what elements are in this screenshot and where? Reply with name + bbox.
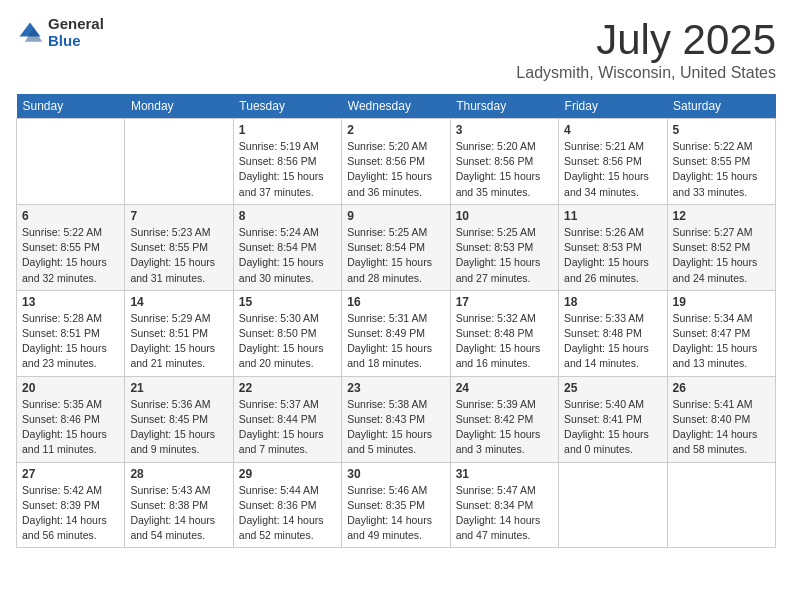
day-info: Sunrise: 5:29 AMSunset: 8:51 PMDaylight:… (130, 311, 227, 372)
day-number: 11 (564, 209, 661, 223)
day-info: Sunrise: 5:23 AMSunset: 8:55 PMDaylight:… (130, 225, 227, 286)
calendar-table: SundayMondayTuesdayWednesdayThursdayFrid… (16, 94, 776, 548)
weekday-header-friday: Friday (559, 94, 667, 119)
calendar-cell (559, 462, 667, 548)
day-number: 31 (456, 467, 553, 481)
title-block: July 2025 Ladysmith, Wisconsin, United S… (516, 16, 776, 82)
day-info: Sunrise: 5:25 AMSunset: 8:53 PMDaylight:… (456, 225, 553, 286)
day-number: 5 (673, 123, 770, 137)
logo-general-text: General (48, 16, 104, 33)
day-info: Sunrise: 5:32 AMSunset: 8:48 PMDaylight:… (456, 311, 553, 372)
weekday-header-row: SundayMondayTuesdayWednesdayThursdayFrid… (17, 94, 776, 119)
day-info: Sunrise: 5:38 AMSunset: 8:43 PMDaylight:… (347, 397, 444, 458)
month-title: July 2025 (516, 16, 776, 64)
day-number: 8 (239, 209, 336, 223)
logo: General Blue (16, 16, 104, 49)
calendar-week-row: 1Sunrise: 5:19 AMSunset: 8:56 PMDaylight… (17, 119, 776, 205)
calendar-cell: 1Sunrise: 5:19 AMSunset: 8:56 PMDaylight… (233, 119, 341, 205)
day-info: Sunrise: 5:30 AMSunset: 8:50 PMDaylight:… (239, 311, 336, 372)
day-info: Sunrise: 5:22 AMSunset: 8:55 PMDaylight:… (22, 225, 119, 286)
calendar-cell: 4Sunrise: 5:21 AMSunset: 8:56 PMDaylight… (559, 119, 667, 205)
day-info: Sunrise: 5:46 AMSunset: 8:35 PMDaylight:… (347, 483, 444, 544)
day-number: 4 (564, 123, 661, 137)
day-number: 15 (239, 295, 336, 309)
calendar-cell: 19Sunrise: 5:34 AMSunset: 8:47 PMDayligh… (667, 290, 775, 376)
weekday-header-sunday: Sunday (17, 94, 125, 119)
calendar-cell (125, 119, 233, 205)
day-number: 14 (130, 295, 227, 309)
day-info: Sunrise: 5:43 AMSunset: 8:38 PMDaylight:… (130, 483, 227, 544)
day-number: 29 (239, 467, 336, 481)
day-number: 20 (22, 381, 119, 395)
calendar-cell: 7Sunrise: 5:23 AMSunset: 8:55 PMDaylight… (125, 204, 233, 290)
day-info: Sunrise: 5:34 AMSunset: 8:47 PMDaylight:… (673, 311, 770, 372)
calendar-cell: 21Sunrise: 5:36 AMSunset: 8:45 PMDayligh… (125, 376, 233, 462)
calendar-cell: 5Sunrise: 5:22 AMSunset: 8:55 PMDaylight… (667, 119, 775, 205)
day-info: Sunrise: 5:44 AMSunset: 8:36 PMDaylight:… (239, 483, 336, 544)
calendar-cell: 20Sunrise: 5:35 AMSunset: 8:46 PMDayligh… (17, 376, 125, 462)
day-info: Sunrise: 5:20 AMSunset: 8:56 PMDaylight:… (456, 139, 553, 200)
day-number: 2 (347, 123, 444, 137)
day-number: 18 (564, 295, 661, 309)
calendar-week-row: 27Sunrise: 5:42 AMSunset: 8:39 PMDayligh… (17, 462, 776, 548)
page-header: General Blue July 2025 Ladysmith, Wiscon… (16, 16, 776, 82)
calendar-cell: 10Sunrise: 5:25 AMSunset: 8:53 PMDayligh… (450, 204, 558, 290)
day-number: 7 (130, 209, 227, 223)
calendar-week-row: 20Sunrise: 5:35 AMSunset: 8:46 PMDayligh… (17, 376, 776, 462)
day-info: Sunrise: 5:37 AMSunset: 8:44 PMDaylight:… (239, 397, 336, 458)
day-info: Sunrise: 5:28 AMSunset: 8:51 PMDaylight:… (22, 311, 119, 372)
calendar-cell: 9Sunrise: 5:25 AMSunset: 8:54 PMDaylight… (342, 204, 450, 290)
day-number: 21 (130, 381, 227, 395)
calendar-cell: 25Sunrise: 5:40 AMSunset: 8:41 PMDayligh… (559, 376, 667, 462)
day-number: 17 (456, 295, 553, 309)
day-number: 10 (456, 209, 553, 223)
calendar-cell (667, 462, 775, 548)
day-number: 22 (239, 381, 336, 395)
day-number: 16 (347, 295, 444, 309)
calendar-cell: 17Sunrise: 5:32 AMSunset: 8:48 PMDayligh… (450, 290, 558, 376)
day-info: Sunrise: 5:33 AMSunset: 8:48 PMDaylight:… (564, 311, 661, 372)
calendar-cell: 14Sunrise: 5:29 AMSunset: 8:51 PMDayligh… (125, 290, 233, 376)
day-number: 12 (673, 209, 770, 223)
day-info: Sunrise: 5:25 AMSunset: 8:54 PMDaylight:… (347, 225, 444, 286)
day-info: Sunrise: 5:19 AMSunset: 8:56 PMDaylight:… (239, 139, 336, 200)
calendar-cell: 23Sunrise: 5:38 AMSunset: 8:43 PMDayligh… (342, 376, 450, 462)
logo-blue-text: Blue (48, 33, 104, 50)
day-number: 13 (22, 295, 119, 309)
day-info: Sunrise: 5:36 AMSunset: 8:45 PMDaylight:… (130, 397, 227, 458)
calendar-week-row: 6Sunrise: 5:22 AMSunset: 8:55 PMDaylight… (17, 204, 776, 290)
day-info: Sunrise: 5:35 AMSunset: 8:46 PMDaylight:… (22, 397, 119, 458)
day-info: Sunrise: 5:42 AMSunset: 8:39 PMDaylight:… (22, 483, 119, 544)
weekday-header-saturday: Saturday (667, 94, 775, 119)
calendar-cell: 3Sunrise: 5:20 AMSunset: 8:56 PMDaylight… (450, 119, 558, 205)
weekday-header-tuesday: Tuesday (233, 94, 341, 119)
weekday-header-thursday: Thursday (450, 94, 558, 119)
day-number: 24 (456, 381, 553, 395)
calendar-cell: 29Sunrise: 5:44 AMSunset: 8:36 PMDayligh… (233, 462, 341, 548)
calendar-cell: 11Sunrise: 5:26 AMSunset: 8:53 PMDayligh… (559, 204, 667, 290)
calendar-cell: 28Sunrise: 5:43 AMSunset: 8:38 PMDayligh… (125, 462, 233, 548)
calendar-week-row: 13Sunrise: 5:28 AMSunset: 8:51 PMDayligh… (17, 290, 776, 376)
day-info: Sunrise: 5:21 AMSunset: 8:56 PMDaylight:… (564, 139, 661, 200)
calendar-cell: 15Sunrise: 5:30 AMSunset: 8:50 PMDayligh… (233, 290, 341, 376)
calendar-cell: 18Sunrise: 5:33 AMSunset: 8:48 PMDayligh… (559, 290, 667, 376)
day-info: Sunrise: 5:24 AMSunset: 8:54 PMDaylight:… (239, 225, 336, 286)
calendar-cell: 26Sunrise: 5:41 AMSunset: 8:40 PMDayligh… (667, 376, 775, 462)
calendar-cell: 22Sunrise: 5:37 AMSunset: 8:44 PMDayligh… (233, 376, 341, 462)
day-info: Sunrise: 5:40 AMSunset: 8:41 PMDaylight:… (564, 397, 661, 458)
day-number: 26 (673, 381, 770, 395)
weekday-header-monday: Monday (125, 94, 233, 119)
day-number: 1 (239, 123, 336, 137)
day-number: 3 (456, 123, 553, 137)
calendar-cell: 12Sunrise: 5:27 AMSunset: 8:52 PMDayligh… (667, 204, 775, 290)
day-info: Sunrise: 5:31 AMSunset: 8:49 PMDaylight:… (347, 311, 444, 372)
weekday-header-wednesday: Wednesday (342, 94, 450, 119)
calendar-cell: 27Sunrise: 5:42 AMSunset: 8:39 PMDayligh… (17, 462, 125, 548)
day-info: Sunrise: 5:47 AMSunset: 8:34 PMDaylight:… (456, 483, 553, 544)
calendar-cell: 31Sunrise: 5:47 AMSunset: 8:34 PMDayligh… (450, 462, 558, 548)
day-info: Sunrise: 5:22 AMSunset: 8:55 PMDaylight:… (673, 139, 770, 200)
day-number: 19 (673, 295, 770, 309)
day-info: Sunrise: 5:27 AMSunset: 8:52 PMDaylight:… (673, 225, 770, 286)
day-number: 6 (22, 209, 119, 223)
calendar-cell (17, 119, 125, 205)
